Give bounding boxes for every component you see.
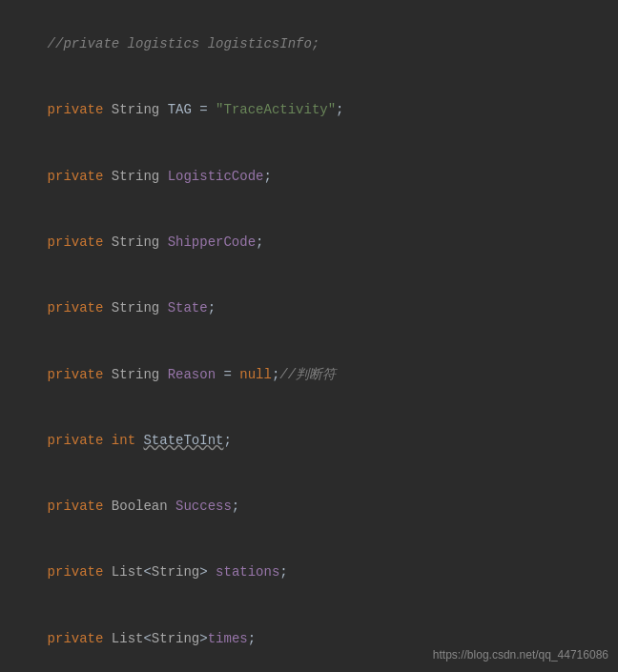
line-6: private String Reason = null;//判断符 xyxy=(15,341,603,407)
code-block: //private logistics logisticsInfo; priva… xyxy=(0,0,618,672)
line-2: private String TAG = "TraceActivity"; xyxy=(15,77,603,143)
watermark: https://blog.csdn.net/qq_44716086 xyxy=(433,646,608,664)
line-3: private String LogisticCode; xyxy=(15,144,603,210)
line-9: private List<String> stations; xyxy=(15,540,603,605)
line-5: private String State; xyxy=(15,275,603,341)
line-7: private int StateToInt; xyxy=(15,408,603,474)
line-4: private String ShipperCode; xyxy=(15,210,603,275)
line-8: private Boolean Success; xyxy=(15,474,603,540)
line-1: //private logistics logisticsInfo; xyxy=(15,11,603,77)
